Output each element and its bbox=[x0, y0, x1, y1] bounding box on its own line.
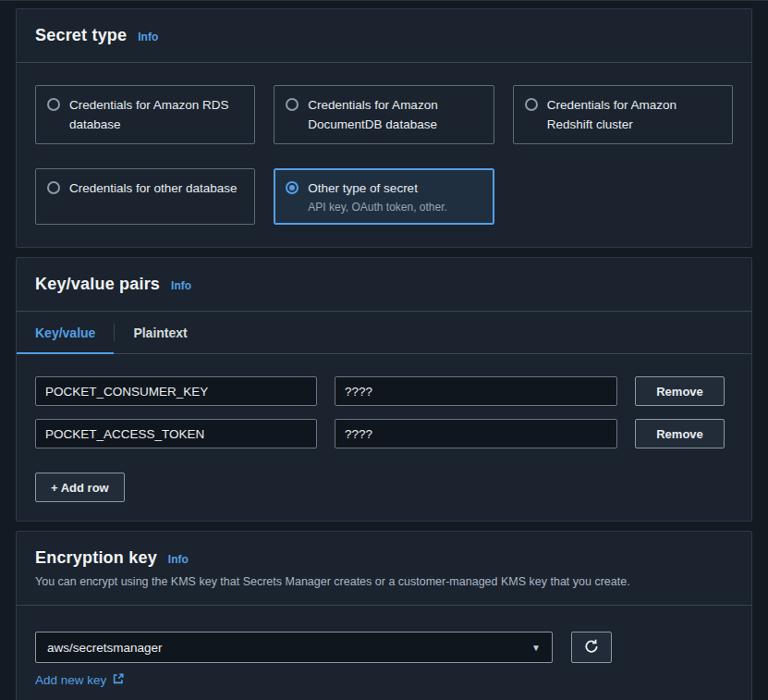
encryption-key-info-link[interactable]: Info bbox=[168, 553, 189, 566]
radio-icon[interactable] bbox=[47, 98, 60, 111]
radio-label: Other type of secret bbox=[308, 178, 447, 198]
secret-type-option-other-database[interactable]: Credentials for other database bbox=[35, 168, 255, 225]
secret-type-option-documentdb[interactable]: Credentials for Amazon DocumentDB databa… bbox=[274, 85, 494, 144]
radio-label: Credentials for other database bbox=[69, 178, 238, 198]
secret-type-option-other-secret[interactable]: Other type of secret API key, OAuth toke… bbox=[274, 168, 494, 225]
secret-value-input-2[interactable] bbox=[335, 419, 617, 448]
external-link-icon bbox=[112, 672, 125, 688]
add-new-key-link[interactable]: Add new key bbox=[35, 672, 125, 688]
encryption-key-description: You can encrypt using the KMS key that S… bbox=[35, 575, 733, 588]
kv-row-2: Remove bbox=[35, 419, 733, 448]
encryption-key-title: Encryption key bbox=[35, 548, 157, 568]
tab-key-value[interactable]: Key/value bbox=[17, 312, 114, 353]
panel-key-value-pairs: Key/value pairs Info Key/value Plaintext… bbox=[16, 257, 752, 522]
radio-sublabel: API key, OAuth token, other. bbox=[308, 200, 447, 215]
radio-selected-icon[interactable] bbox=[286, 181, 299, 194]
kms-key-select[interactable]: aws/secretsmanager ▼ bbox=[35, 632, 553, 663]
secret-value-input-1[interactable] bbox=[335, 376, 617, 406]
panel-secret-type: Secret type Info Credentials for Amazon … bbox=[16, 8, 752, 248]
secret-type-option-rds[interactable]: Credentials for Amazon RDS database bbox=[35, 85, 255, 144]
secret-type-options: Credentials for Amazon RDS database Cred… bbox=[17, 63, 751, 247]
panel-encryption-key: Encryption key Info You can encrypt usin… bbox=[16, 531, 752, 700]
remove-row-button-2[interactable]: Remove bbox=[635, 419, 725, 448]
kms-key-selected-value: aws/secretsmanager bbox=[47, 641, 163, 655]
key-value-header: Key/value pairs Info bbox=[17, 258, 751, 312]
refresh-button[interactable] bbox=[571, 632, 612, 663]
secret-key-input-1[interactable] bbox=[35, 376, 317, 406]
kv-row-1: Remove bbox=[35, 376, 733, 406]
tab-label: Key/value bbox=[35, 325, 95, 340]
radio-label: Credentials for Amazon Redshift cluster bbox=[547, 95, 721, 134]
secret-type-option-redshift[interactable]: Credentials for Amazon Redshift cluster bbox=[513, 85, 733, 144]
key-value-body: Remove Remove + Add row bbox=[17, 354, 751, 521]
tab-plaintext[interactable]: Plaintext bbox=[115, 312, 205, 353]
refresh-icon bbox=[584, 639, 599, 657]
key-value-title: Key/value pairs bbox=[35, 275, 160, 294]
add-row-button[interactable]: + Add row bbox=[35, 473, 125, 502]
key-value-info-link[interactable]: Info bbox=[171, 279, 191, 292]
key-value-tabs: Key/value Plaintext bbox=[17, 312, 751, 354]
radio-label: Credentials for Amazon DocumentDB databa… bbox=[308, 95, 482, 134]
create-secret-form: Secret type Info Credentials for Amazon … bbox=[0, 0, 768, 700]
radio-label: Credentials for Amazon RDS database bbox=[69, 95, 243, 134]
secret-type-title: Secret type bbox=[35, 26, 127, 45]
secret-type-info-link[interactable]: Info bbox=[138, 31, 158, 43]
encryption-key-header: Encryption key Info You can encrypt usin… bbox=[17, 532, 751, 606]
encryption-key-body: aws/secretsmanager ▼ Add new key bbox=[17, 606, 751, 700]
radio-icon[interactable] bbox=[47, 181, 60, 194]
chevron-down-icon: ▼ bbox=[531, 643, 541, 653]
add-new-key-label: Add new key bbox=[35, 673, 106, 687]
secret-key-input-2[interactable] bbox=[35, 419, 317, 448]
radio-icon[interactable] bbox=[525, 98, 538, 111]
remove-row-button-1[interactable]: Remove bbox=[635, 376, 725, 406]
radio-icon[interactable] bbox=[286, 98, 299, 111]
tab-label: Plaintext bbox=[133, 325, 187, 340]
secret-type-header: Secret type Info bbox=[17, 9, 751, 63]
